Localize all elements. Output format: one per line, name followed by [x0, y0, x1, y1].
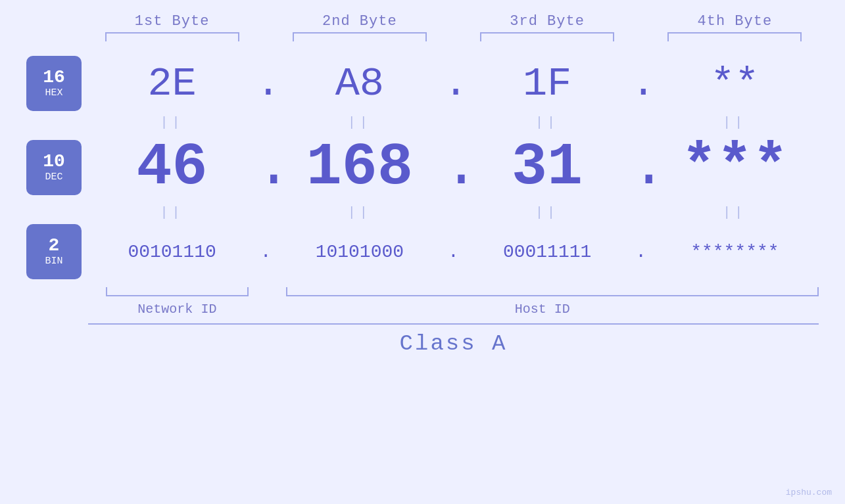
top-bracket-4 [667, 32, 802, 41]
bin-badge: 2 BIN [26, 224, 82, 279]
top-bracket-3 [480, 32, 614, 41]
bin-dot-3: . [631, 242, 651, 262]
network-id-label: Network ID [88, 302, 266, 317]
dec-dot-3: . [631, 134, 651, 201]
eq-b-1: || [88, 205, 256, 220]
bin-dot-1: . [256, 242, 276, 262]
dec-value-3: 31 [464, 134, 631, 201]
hex-badge: 16 HEX [26, 56, 82, 111]
byte-label-3: 3rd Byte [464, 13, 631, 30]
dec-badge: 10 DEC [26, 140, 82, 195]
dec-dot-2: . [444, 134, 464, 201]
hex-dot-1: . [256, 60, 276, 107]
hex-value-1: 2E [88, 60, 256, 107]
eq-2: || [276, 115, 443, 130]
byte-label-4: 4th Byte [651, 13, 819, 30]
hex-dot-3: . [631, 60, 651, 107]
bin-base-label: BIN [45, 256, 62, 267]
hex-base-label: HEX [45, 88, 62, 99]
equals-row-hex-dec: || || || || [26, 115, 819, 130]
dec-base-label: DEC [45, 172, 62, 183]
dec-dot-1: . [256, 134, 276, 201]
eq-1: || [88, 115, 256, 130]
bin-row: 2 BIN 00101110 . 10101000 . 00011111 . *… [26, 224, 819, 279]
bin-value-3: 00011111 [464, 242, 631, 262]
hex-dot-2: . [444, 60, 464, 107]
byte-label-1: 1st Byte [88, 13, 256, 30]
host-id-label: Host ID [266, 302, 819, 317]
dec-base-number: 10 [43, 152, 65, 172]
bin-value-4: ******** [651, 242, 819, 262]
bin-value-1: 00101110 [88, 242, 256, 262]
watermark: ipshu.com [786, 488, 832, 497]
eq-4: || [651, 115, 819, 130]
top-bracket-1 [105, 32, 239, 41]
bottom-bracket-network [106, 287, 249, 296]
equals-row-dec-bin: || || || || [26, 205, 819, 220]
eq-b-2: || [276, 205, 443, 220]
eq-3: || [464, 115, 631, 130]
dec-value-2: 168 [276, 134, 443, 201]
bin-dot-2: . [444, 242, 464, 262]
eq-b-4: || [651, 205, 819, 220]
hex-base-number: 16 [43, 68, 65, 88]
class-label: Class A [400, 331, 508, 356]
bin-value-2: 10101000 [276, 242, 443, 262]
main-container: 1st Byte 2nd Byte 3rd Byte 4th Byte [0, 0, 845, 504]
hex-value-4: ** [651, 60, 819, 107]
bottom-bracket-host [286, 287, 819, 296]
bin-base-number: 2 [49, 236, 60, 256]
eq-b-3: || [464, 205, 631, 220]
class-section: Class A [88, 323, 819, 356]
byte-label-2: 2nd Byte [276, 13, 443, 30]
dec-value-1: 46 [88, 134, 256, 201]
hex-row: 16 HEX 2E . A8 . 1F . ** [26, 56, 819, 111]
hex-value-3: 1F [464, 60, 631, 107]
dec-row: 10 DEC 46 . 168 . 31 . *** [26, 134, 819, 201]
top-bracket-2 [293, 32, 427, 41]
hex-value-2: A8 [276, 60, 443, 107]
dec-value-4: *** [651, 134, 819, 201]
